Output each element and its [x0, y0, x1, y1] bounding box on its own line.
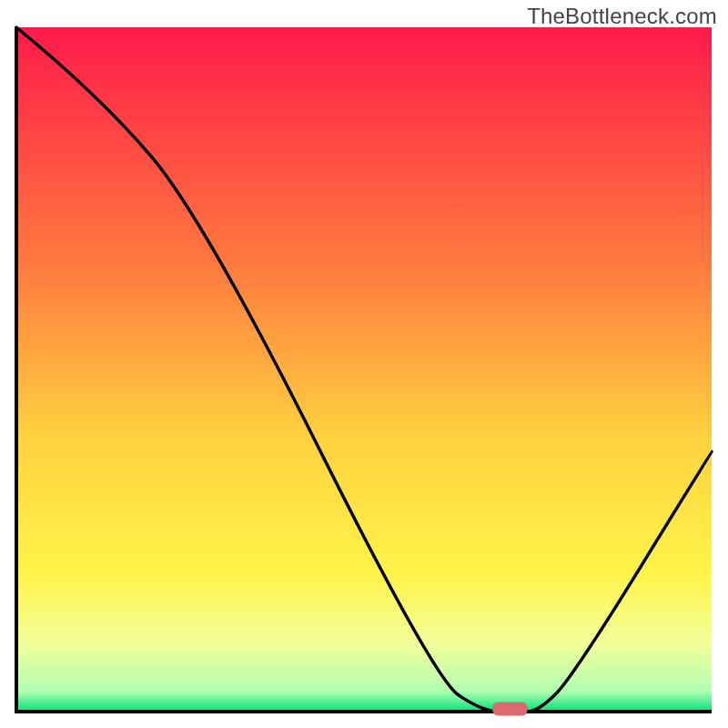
chart-svg — [0, 0, 728, 728]
bottleneck-chart: TheBottleneck.com — [0, 0, 728, 728]
optimal-marker — [492, 702, 527, 715]
watermark-text: TheBottleneck.com — [527, 4, 717, 29]
plot-background — [16, 27, 712, 712]
